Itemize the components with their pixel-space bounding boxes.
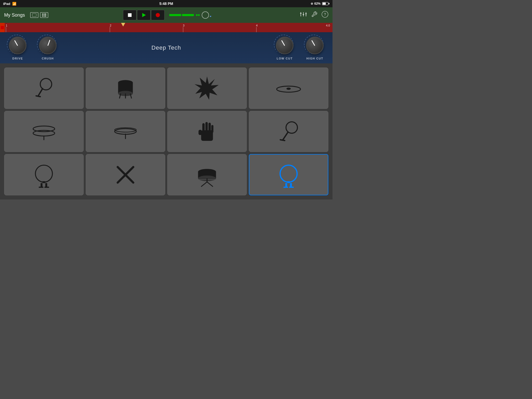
device-label: iPad: [3, 2, 10, 6]
svg-point-59: [280, 165, 297, 182]
battery-indicator: [322, 2, 329, 5]
pad-selected[interactable]: [249, 154, 328, 195]
view-toggle-group: [30, 12, 48, 18]
pad-drumsticks[interactable]: [86, 154, 165, 195]
timeline-marker-2: 2: [110, 24, 111, 27]
status-bar: iPad 📶 5:48 PM ⎊ 62%: [0, 0, 332, 7]
pad-maraca-2[interactable]: [249, 111, 328, 152]
status-left: iPad 📶: [3, 2, 16, 6]
help-icon[interactable]: ?: [322, 11, 328, 19]
crush-knob[interactable]: [39, 37, 57, 54]
right-toolbar: ?: [300, 11, 328, 19]
pad-kick-stand[interactable]: [4, 154, 84, 195]
timeline-marker-1: 1: [6, 24, 7, 27]
record-button[interactable]: [151, 10, 165, 20]
svg-line-18: [38, 89, 43, 96]
drive-knob[interactable]: [9, 37, 26, 54]
svg-rect-1: [42, 14, 44, 15]
svg-line-19: [36, 96, 40, 97]
timeline-position: 4.0: [326, 24, 330, 27]
svg-marker-26: [195, 76, 219, 100]
svg-point-28: [287, 88, 291, 90]
svg-rect-16: [1, 26, 4, 29]
svg-rect-0: [32, 14, 36, 17]
pad-bass-drum[interactable]: [86, 68, 165, 109]
pad-hihat-closed[interactable]: [86, 111, 165, 152]
crush-knob-group: CRUSH: [38, 36, 58, 60]
svg-rect-39: [211, 125, 213, 132]
svg-rect-5: [128, 13, 132, 17]
svg-rect-40: [198, 130, 202, 135]
svg-rect-2: [44, 14, 46, 15]
low-cut-knob-group: LOW CUT: [275, 36, 295, 60]
level-meters: [169, 11, 209, 19]
svg-point-44: [35, 165, 52, 182]
timeline-start: [0, 23, 5, 32]
svg-line-42: [283, 132, 288, 140]
mixer-icon[interactable]: [300, 11, 307, 19]
drive-label: DRIVE: [12, 57, 23, 60]
timeline[interactable]: 1 2 3 4 4.0: [0, 23, 332, 32]
high-cut-label: HIGH CUT: [306, 57, 323, 60]
svg-marker-6: [142, 13, 146, 17]
timeline-marker-4: 4: [256, 24, 258, 27]
top-bar: My Songs: [0, 7, 332, 23]
drive-knob-group: DRIVE: [8, 36, 28, 60]
svg-point-17: [40, 78, 52, 90]
svg-line-57: [201, 182, 207, 187]
svg-line-43: [280, 140, 285, 141]
svg-rect-3: [42, 15, 44, 17]
svg-rect-49: [44, 187, 49, 188]
svg-text:?: ?: [324, 12, 326, 16]
svg-rect-64: [289, 187, 294, 188]
svg-point-30: [33, 130, 55, 136]
pad-cymbal[interactable]: [249, 68, 328, 109]
bluetooth-icon: ⎊: [311, 2, 313, 5]
circle-meter: [202, 11, 209, 19]
svg-rect-63: [283, 187, 288, 188]
pad-maraca[interactable]: [4, 68, 84, 109]
svg-rect-36: [202, 123, 205, 132]
stop-button[interactable]: [123, 10, 137, 20]
single-view-button[interactable]: [30, 12, 38, 18]
grid-view-button[interactable]: [40, 12, 48, 18]
svg-line-58: [207, 182, 213, 187]
svg-rect-60: [287, 181, 290, 183]
svg-rect-48: [39, 187, 43, 188]
pad-burst[interactable]: [167, 68, 247, 109]
svg-rect-4: [44, 15, 46, 17]
crush-label: CRUSH: [42, 57, 54, 60]
svg-rect-38: [208, 123, 211, 132]
pad-hihat-open[interactable]: [4, 111, 84, 152]
low-cut-label: LOW CUT: [277, 57, 293, 60]
transport-controls: 𝅘: [123, 7, 210, 23]
pads-grid: [4, 68, 328, 195]
knobs-section: DRIVE CRUSH Deep Tech LOW CUT HIGH CUT: [0, 32, 332, 63]
pad-hand-stop[interactable]: [167, 111, 247, 152]
timeline-marker-3: 3: [183, 24, 184, 27]
low-cut-knob[interactable]: [276, 37, 294, 54]
wifi-icon: 📶: [12, 2, 16, 6]
high-cut-knob-group: HIGH CUT: [305, 36, 325, 60]
playhead[interactable]: [121, 23, 125, 26]
play-button[interactable]: [137, 10, 151, 20]
svg-rect-45: [43, 181, 45, 183]
pads-section: [0, 63, 332, 200]
my-songs-button[interactable]: My Songs: [4, 12, 25, 18]
battery-percent: 62%: [314, 2, 321, 5]
pad-snare[interactable]: [167, 154, 247, 195]
time-display: 5:48 PM: [159, 2, 173, 6]
status-right: ⎊ 62%: [311, 2, 329, 5]
svg-point-7: [156, 13, 160, 17]
svg-rect-37: [205, 122, 208, 131]
wrench-icon[interactable]: [311, 11, 317, 19]
high-cut-knob[interactable]: [306, 37, 324, 54]
preset-name[interactable]: Deep Tech: [68, 44, 264, 51]
